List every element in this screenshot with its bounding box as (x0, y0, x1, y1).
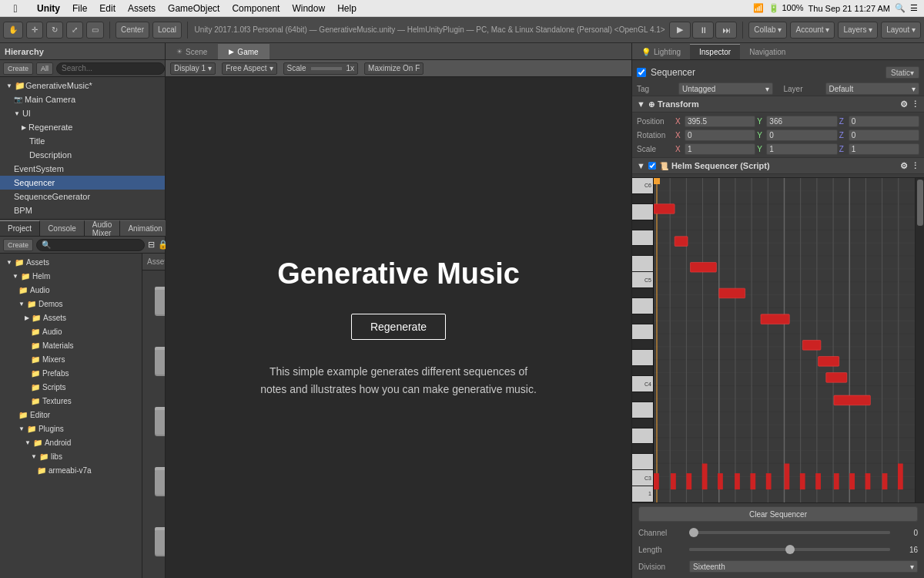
rect-tool[interactable]: ▭ (86, 22, 104, 39)
rot-z-field[interactable]: 0 (849, 129, 919, 141)
proj-tree-armeabi[interactable]: 📁 armeabi-v7a (0, 463, 142, 477)
play-button[interactable]: ▶ (669, 22, 691, 39)
move-tool[interactable]: ✛ (26, 22, 43, 39)
menu-toggle-icon[interactable]: ☰ (910, 3, 918, 13)
proj-tree-helm[interactable]: ▼ 📁 Helm (0, 269, 142, 283)
maximize-btn[interactable]: Maximize On F (364, 62, 424, 75)
tree-item-regenerate[interactable]: ▶ Regenerate (0, 120, 165, 134)
scale-z-field[interactable]: 1 (849, 143, 919, 155)
hierarchy-create-btn[interactable]: Create (3, 62, 33, 75)
tab-animation[interactable]: Animation (120, 220, 170, 236)
tree-item-eventsystem[interactable]: EventSystem (0, 162, 165, 176)
asset-plugins[interactable]: Plugins (149, 457, 165, 512)
display-select[interactable]: Display 1 ▾ (170, 62, 216, 75)
center-button[interactable]: Center (116, 22, 149, 39)
proj-tree-assets[interactable]: ▼ 📁 Assets (0, 255, 142, 269)
breadcrumb-assets[interactable]: Assets (147, 257, 165, 266)
division-dropdown[interactable]: Sixteenth ▾ (689, 560, 918, 573)
asset-demos[interactable]: Demos (149, 337, 165, 392)
hierarchy-search[interactable] (56, 62, 165, 75)
scale-x-field[interactable]: 1 (685, 143, 755, 155)
tab-audiomixer[interactable]: Audio Mixer (85, 220, 121, 236)
asset-prefabs[interactable]: Prefabs (149, 517, 165, 573)
proj-tree-editor[interactable]: 📁 Editor (0, 408, 142, 422)
menu-component[interactable]: Component (226, 0, 286, 16)
script-settings-icon[interactable]: ⚙ (900, 161, 908, 171)
hierarchy-all-btn[interactable]: All (36, 62, 53, 75)
proj-tree-plugins[interactable]: ▼ 📁 Plugins (0, 422, 142, 435)
proj-tree-libs[interactable]: ▼ 📁 libs (0, 449, 142, 463)
tab-inspector[interactable]: Inspector (690, 44, 740, 59)
tree-item-sequencer[interactable]: Sequencer (0, 176, 165, 190)
regenerate-button[interactable]: Regenerate (351, 314, 446, 340)
collab-button[interactable]: Collab ▾ (748, 22, 787, 39)
tree-item-ui[interactable]: ▼ UI (0, 106, 165, 120)
proj-tree-prefabs[interactable]: 📁 Prefabs (0, 366, 142, 380)
transform-header[interactable]: ▼ ⊕ Transform ⚙ ⋮ (632, 96, 924, 113)
layer-dropdown[interactable]: Default ▾ (825, 82, 920, 95)
tag-dropdown[interactable]: Untagged ▾ (678, 82, 773, 95)
length-slider[interactable] (689, 548, 890, 551)
menu-edit[interactable]: Edit (93, 0, 122, 16)
asset-audio[interactable]: Audio (149, 277, 165, 332)
rot-y-field[interactable]: 0 (766, 129, 837, 141)
pause-button[interactable]: ⏸ (692, 22, 714, 39)
transform-settings-icon[interactable]: ⚙ (900, 99, 908, 109)
proj-tree-android[interactable]: ▼ 📁 Android (0, 435, 142, 449)
script-header[interactable]: ▼ 📜 Helm Sequencer (Script) ⚙ ⋮ (632, 157, 924, 174)
proj-tree-scripts[interactable]: 📁 Scripts (0, 380, 142, 394)
layers-button[interactable]: Layers ▾ (838, 22, 878, 39)
tree-item-description[interactable]: Description (0, 148, 165, 162)
script-enabled-checkbox[interactable] (648, 162, 656, 170)
proj-tree-demos[interactable]: ▼ 📁 Demos (0, 297, 142, 311)
scale-tool[interactable]: ⤢ (66, 22, 83, 39)
project-search[interactable] (36, 239, 145, 251)
channel-slider[interactable] (689, 531, 890, 534)
clear-sequencer-button[interactable]: Clear Sequencer (638, 506, 918, 522)
menu-unity[interactable]: Unity (31, 0, 66, 16)
tab-project[interactable]: Project (0, 220, 40, 236)
rot-x-field[interactable]: 0 (685, 129, 755, 141)
aspect-select[interactable]: Free Aspect ▾ (222, 62, 276, 75)
tab-navigation[interactable]: Navigation (740, 44, 795, 59)
asset-editor[interactable]: Editor (149, 397, 165, 452)
script-options-icon[interactable]: ⋮ (911, 161, 919, 171)
project-create-btn[interactable]: Create (3, 239, 33, 251)
static-button[interactable]: Static ▾ (886, 66, 919, 79)
proj-tree-materials[interactable]: 📁 Materials (0, 338, 142, 352)
transform-options-icon[interactable]: ⋮ (911, 99, 919, 109)
account-button[interactable]: Account ▾ (790, 22, 835, 39)
local-button[interactable]: Local (152, 22, 182, 39)
hand-tool[interactable]: ✋ (3, 22, 23, 39)
tree-item-sequencegenerator[interactable]: SequenceGenerator (0, 190, 165, 203)
rotate-tool[interactable]: ↻ (46, 22, 63, 39)
proj-tree-mixers[interactable]: 📁 Mixers (0, 352, 142, 366)
tab-lighting[interactable]: 💡 Lighting (632, 44, 690, 59)
tab-console[interactable]: Console (40, 220, 85, 236)
layout-button[interactable]: Layout ▾ (881, 22, 921, 39)
step-button[interactable]: ⏭ (715, 22, 737, 39)
tree-item-bpm[interactable]: BPM (0, 203, 165, 217)
filter-icon[interactable]: ⊟ (148, 240, 155, 250)
tree-item-title[interactable]: Title (0, 134, 165, 148)
menu-gameobject[interactable]: GameObject (162, 0, 226, 16)
tree-root[interactable]: ▼ 📁 GenerativeMusic* (0, 79, 165, 92)
pos-x-field[interactable]: 395.5 (685, 116, 755, 127)
apple-logo[interactable]:  (0, 2, 31, 15)
tree-item-maincamera[interactable]: 📷 Main Camera (0, 92, 165, 106)
proj-tree-textures[interactable]: 📁 Textures (0, 394, 142, 408)
grid-area[interactable] (654, 178, 915, 502)
object-enabled-checkbox[interactable] (637, 68, 646, 77)
menu-file[interactable]: File (66, 0, 93, 16)
search-icon[interactable]: 🔍 (895, 3, 906, 13)
pos-z-field[interactable]: 0 (849, 116, 919, 127)
tab-scene[interactable]: ☀ Scene (166, 44, 218, 59)
pos-y-field[interactable]: 366 (766, 116, 837, 127)
menu-help[interactable]: Help (331, 0, 363, 16)
scale-y-field[interactable]: 1 (766, 143, 837, 155)
scale-control[interactable]: Scale 1x (283, 62, 359, 75)
sequencer-scrollbar-v[interactable] (915, 178, 924, 502)
proj-tree-audio[interactable]: 📁 Audio (0, 283, 142, 297)
tab-game[interactable]: ▶ Game (218, 44, 269, 59)
menu-window[interactable]: Window (286, 0, 331, 16)
